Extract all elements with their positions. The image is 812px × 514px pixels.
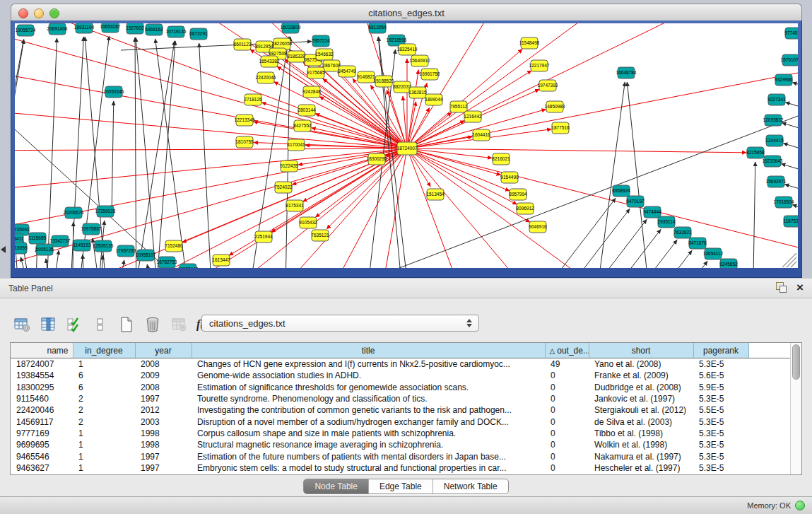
graph-node[interactable]: 15751074 (781, 54, 798, 66)
graph-node[interactable]: 20053346 (104, 86, 124, 98)
show-columns-icon[interactable] (39, 315, 57, 334)
graph-node[interactable]: 1604416 (472, 129, 490, 141)
graph-node[interactable]: 8813054 (368, 23, 387, 33)
select-all-icon[interactable] (65, 315, 83, 334)
graph-node[interactable]: 8958924 (612, 185, 630, 197)
graph-node[interactable]: 16033809 (281, 23, 301, 33)
graph-node[interactable]: 9105432 (299, 217, 317, 228)
graph-node[interactable]: 7955112 (450, 101, 468, 112)
graph-node[interactable]: 2616059 (15, 243, 28, 254)
graph-node[interactable]: 16543382 (259, 56, 280, 67)
graph-node[interactable]: 8216021 (492, 153, 510, 165)
graph-node[interactable]: 10719135 (166, 26, 187, 37)
graph-node[interactable]: 16961758 (420, 69, 440, 80)
graph-node[interactable]: 8175341 (286, 200, 304, 211)
graph-node[interactable]: 9175685 (307, 67, 325, 78)
column-header-year[interactable]: year (135, 343, 192, 358)
close-window-icon[interactable] (18, 8, 28, 18)
minimize-window-icon[interactable] (34, 8, 44, 18)
graph-node[interactable]: 12093832 (763, 115, 784, 126)
graph-node[interactable]: 9474444 (643, 206, 661, 218)
window-titlebar[interactable]: citations_edges.txt (11, 4, 802, 22)
collapse-arrow-icon[interactable] (1, 246, 6, 253)
graph-node[interactable]: 7524022 (274, 182, 293, 193)
tab-network-table[interactable]: Network Table (433, 479, 508, 493)
table-mode-icon[interactable] (13, 315, 31, 334)
graph-node[interactable]: 15188520 (374, 76, 394, 87)
graph-node[interactable]: 1244415 (765, 135, 784, 146)
graph-node[interactable]: 10975887 (81, 223, 102, 235)
graph-node[interactable]: 9154490 (500, 172, 519, 183)
graph-node[interactable]: 16210643 (763, 156, 783, 167)
graph-node[interactable]: 1877516 (551, 122, 570, 134)
table-row[interactable]: 969969511998Structural magnetic resonanc… (11, 439, 790, 450)
graph-node[interactable]: 1810755 (235, 136, 254, 148)
graph-node[interactable]: 1899044 (425, 94, 443, 105)
graph-node[interactable]: 6466162 (145, 24, 163, 35)
table-row[interactable]: 1872400712008Changes of HCN gene express… (11, 358, 790, 370)
column-header-short[interactable]: short (589, 343, 693, 358)
graph-node[interactable]: 4170041 (287, 139, 305, 151)
graph-node[interactable]: 1362815 (408, 87, 427, 98)
column-header-in_degree[interactable]: in_degree (73, 343, 135, 358)
graph-node[interactable]: 1527602 (126, 23, 144, 34)
graph-node[interactable]: 10653287 (100, 23, 121, 33)
graph-node[interactable]: 17957253 (116, 245, 136, 257)
delete-column-icon[interactable] (143, 315, 162, 334)
network-view[interactable]: 1905572420691406189311041065328715276026… (15, 23, 798, 268)
graph-node[interactable]: 8096912 (516, 203, 534, 214)
graph-node[interactable]: 16648784 (616, 67, 637, 78)
clear-selection-icon[interactable] (91, 315, 110, 334)
graph-node[interactable]: 18325419 (397, 44, 418, 55)
tab-node-table[interactable]: Node Table (304, 479, 369, 493)
graph-node[interactable]: 8454749 (338, 66, 356, 77)
graph-node[interactable]: 9227341 (767, 94, 786, 105)
graph-node[interactable]: 1167533 (784, 216, 798, 227)
graph-node[interactable]: 22420046 (256, 72, 276, 83)
graph-node[interactable]: 8601123 (234, 39, 252, 50)
graph-node[interactable]: 10958107 (136, 250, 156, 261)
graph-node[interactable]: 1145193 (73, 240, 91, 251)
column-header-title[interactable]: title (192, 343, 545, 358)
graph-node[interactable]: 12213349 (235, 115, 255, 126)
table-row[interactable]: 1456911722003Disruption of a novel membe… (11, 416, 790, 427)
graph-node[interactable]: 9329966 (775, 74, 793, 86)
graph-node[interactable]: 5905135 (35, 244, 54, 255)
table-row[interactable]: 1938455462009Genome-wide association stu… (11, 370, 790, 381)
graph-node[interactable]: 6672291 (189, 28, 208, 40)
graph-node[interactable]: 1613447 (212, 255, 230, 266)
graph-node[interactable]: 9242848 (302, 86, 321, 98)
tab-edge-table[interactable]: Edge Table (369, 479, 433, 493)
close-panel-icon[interactable]: × (796, 282, 804, 293)
graph-node[interactable]: 9774027 (784, 28, 798, 39)
graph-node[interactable]: 7857224 (312, 35, 330, 47)
graph-node[interactable]: 8427552 (293, 120, 312, 132)
graph-node[interactable]: 9122435 (280, 160, 298, 172)
float-panel-icon[interactable] (776, 282, 787, 293)
graph-node[interactable]: 17016504 (774, 197, 794, 208)
graph-node[interactable]: 12217947 (529, 60, 550, 71)
graph-node[interactable]: 1513454 (426, 189, 445, 200)
graph-node[interactable]: 6479197 (626, 196, 645, 207)
graph-node[interactable]: 20691406 (47, 23, 68, 35)
graph-node[interactable]: 1216442 (464, 111, 482, 122)
graph-node[interactable]: 9245652 (719, 259, 738, 268)
graph-node[interactable]: 15640910 (410, 55, 430, 66)
graph-node[interactable]: 2935114 (658, 216, 676, 228)
graph-node[interactable]: 18300295 (367, 153, 387, 165)
graph-node[interactable]: 7152480 (165, 240, 183, 252)
graph-node[interactable]: 1115685 (29, 233, 47, 244)
graph-node[interactable]: 2718126 (244, 94, 262, 105)
new-document-icon[interactable] (117, 315, 136, 334)
column-header-out_de[interactable]: △out_de... (545, 343, 589, 358)
table-scrollbar[interactable] (790, 343, 801, 474)
graph-node[interactable]: 2803144 (298, 105, 316, 116)
table-selector[interactable]: citations_edges.txt (201, 315, 479, 332)
graph-node[interactable]: 8186328 (287, 51, 305, 62)
graph-node[interactable]: 7635121 (311, 230, 329, 241)
zoom-window-icon[interactable] (49, 8, 59, 18)
graph-node[interactable]: 2251944 (254, 231, 273, 243)
graph-node[interactable]: 15692971 (766, 176, 787, 187)
graph-node[interactable]: 12923448 (178, 264, 199, 268)
scrollbar-thumb[interactable] (792, 344, 800, 380)
